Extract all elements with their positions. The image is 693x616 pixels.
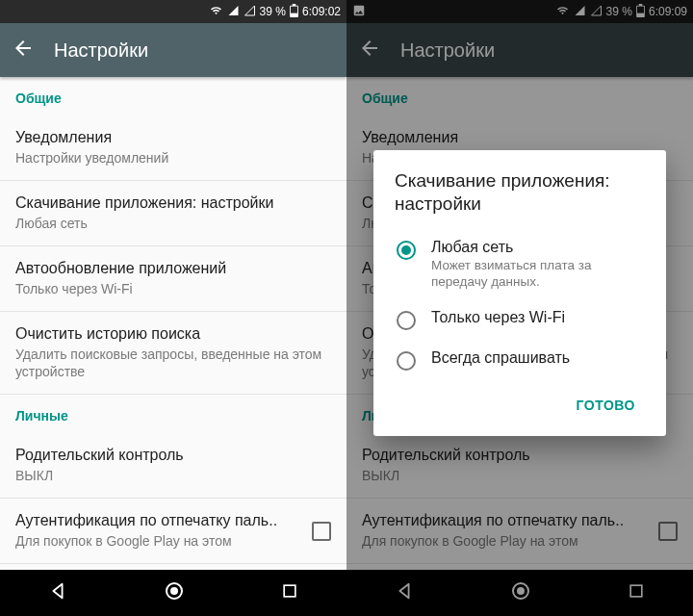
radio-any-network[interactable]: Любая сеть Может взиматься плата за пере… — [395, 229, 645, 299]
app-bar: Настройки — [0, 23, 346, 77]
item-autoupdate[interactable]: Автообновление приложений Только через W… — [0, 246, 346, 312]
phone-right: 39 % 6:09:09 Настройки Общие Уведомления… — [346, 0, 693, 616]
section-personal: Личные — [0, 395, 346, 433]
item-parental[interactable]: Родительский контроль ВЫКЛ — [0, 433, 346, 499]
radio-always-ask[interactable]: Всегда спрашивать — [395, 340, 645, 380]
done-button[interactable]: ГОТОВО — [569, 390, 643, 421]
nav-recents-icon[interactable] — [280, 581, 299, 604]
battery-pct: 39 % — [260, 5, 286, 18]
phone-left: 39 % 6:09:02 Настройки Общие Уведомления… — [0, 0, 346, 616]
download-prefs-dialog: Скачивание приложения: настройки Любая с… — [373, 150, 666, 436]
radio-wifi-only[interactable]: Только через Wi-Fi — [395, 299, 645, 340]
item-fingerprint[interactable]: Аутентификация по отпечатку паль.. Для п… — [0, 499, 346, 564]
clock: 6:09:02 — [302, 5, 341, 18]
svg-rect-0 — [291, 6, 297, 13]
signal-icon — [227, 5, 240, 19]
fingerprint-checkbox[interactable] — [312, 522, 331, 541]
signal-empty-icon — [244, 5, 256, 19]
svg-rect-3 — [284, 585, 295, 597]
wifi-icon — [209, 5, 223, 19]
settings-list[interactable]: Общие Уведомления Настройки уведомлений … — [0, 77, 346, 570]
svg-point-2 — [170, 587, 178, 595]
radio-icon — [397, 311, 416, 330]
radio-icon — [397, 241, 416, 260]
section-general: Общие — [0, 77, 346, 116]
nav-home-icon[interactable] — [163, 579, 186, 606]
nav-bar — [0, 570, 346, 616]
page-title: Настройки — [54, 39, 148, 62]
item-download-prefs[interactable]: Скачивание приложения: настройки Любая с… — [0, 181, 346, 246]
item-notifications[interactable]: Уведомления Настройки уведомлений — [0, 116, 346, 181]
back-icon[interactable] — [12, 37, 35, 64]
battery-icon — [290, 4, 298, 20]
nav-back-icon[interactable] — [47, 580, 68, 605]
status-bar: 39 % 6:09:02 — [0, 0, 346, 23]
dialog-title: Скачивание приложения: настройки — [395, 169, 645, 216]
radio-icon — [397, 351, 416, 371]
item-clear-search[interactable]: Очистить историю поиска Удалить поисковы… — [0, 312, 346, 395]
